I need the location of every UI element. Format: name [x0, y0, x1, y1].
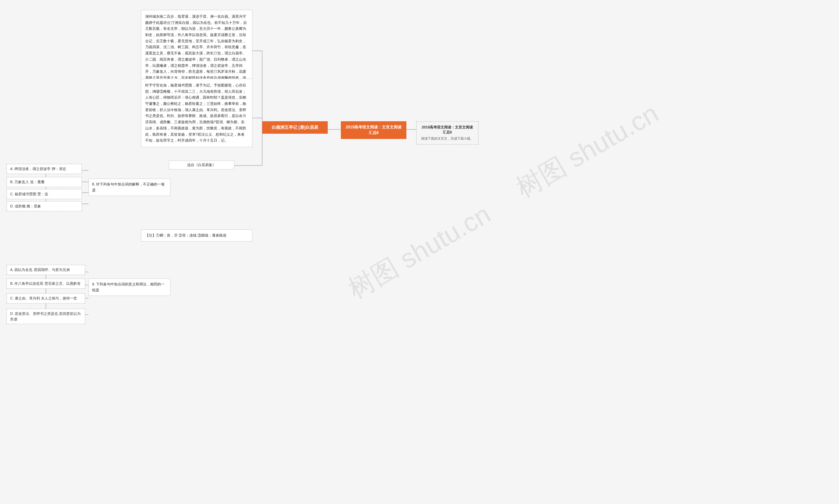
q8-option-a-text: A. 狎清涟者，调之碧波亭 狎：亲近 [10, 167, 66, 171]
q8-option-c-text: C. 杨君城书贾图 贾：送 [10, 192, 48, 196]
q9-option-c-text: C. 康之由、革兴利 夫人之相与，俯仰一世 [10, 296, 77, 300]
q9-option-d-text: D. 若改茶法、变桴书之类是也 若闾普皆以为所虐 [10, 312, 81, 321]
q8-option-b[interactable]: B. 万象迭入 迭：重叠 [6, 177, 82, 187]
q8-option-d-text: D. 成胜概 概：景象 [10, 204, 41, 208]
far-right-subtitle: 阅读下面的文言文，完成下面小题。 [421, 136, 474, 141]
center-node[interactable]: 白蘋洲五亭记 [唐]白居易 [262, 121, 328, 134]
passage-mid-text: 时予守官在洛，杨君城书贾图，请予为记。予按图握笔，心存目想，绸缪③椎概，十不得其… [145, 83, 246, 142]
watermark-2: 树图 shutu.cn [510, 96, 665, 206]
q9-option-b[interactable]: B. 作八角亭以游息焉 焚百家之言、以愚黔首 [6, 278, 85, 289]
q9-option-c[interactable]: C. 康之由、革兴利 夫人之相与，俯仰一世 [6, 293, 85, 303]
q9-option-d[interactable]: D. 若改茶法、变桴书之类是也 若闾普皆以为所虐 [6, 309, 85, 324]
q8-option-c[interactable]: C. 杨君城书贾图 贾：送 [6, 189, 82, 199]
q8-option-a[interactable]: A. 狎清涟者，调之碧波亭 狎：亲近 [6, 164, 82, 174]
far-right-node[interactable]: 2019高考语文阅读：文言文阅读汇总6 阅读下面的文言文，完成下面小题。 [416, 121, 479, 145]
right-top-node-text: 2019高考语文阅读：文言文阅读汇总6 [346, 125, 402, 135]
q8-option-b-text: B. 万象迭入 迭：重叠 [10, 180, 44, 184]
center-node-text: 白蘋洲五亭记 [唐]白居易 [272, 125, 318, 130]
q9-option-a[interactable]: A. 因以为名也 君因我呼、与君为兄弟 [6, 265, 85, 275]
q9-option-a-text: A. 因以为名也 君因我呼、与君为兄弟 [10, 268, 70, 272]
source-text: 选自《白居易集》 [187, 163, 216, 167]
source-box: 选自《白居易集》 [169, 161, 234, 169]
canvas: 树图 shutu.cn 树图 shutu.cn 白蘋洲五亭记 [唐]白居易 20… [0, 0, 839, 504]
right-top-node[interactable]: 2019高考语文阅读：文言文阅读汇总6 [341, 121, 406, 139]
question-9-text: 9. 下列各句中加点词的意义和用法，相同的一组是 [92, 282, 164, 292]
question-8-text: 8. 对下列各句中加点词的解释，不正确的一项是 [92, 182, 164, 192]
question-9-box: 9. 下列各句中加点词的意义和用法，相同的一组是 [89, 278, 171, 296]
notes-text: 【注】①稠：首，尽 ②存：连续 ③跟续：逐条陈述 [145, 233, 227, 237]
question-8-box: 8. 对下列各句中加点词的解释，不正确的一项是 [89, 179, 171, 196]
passage-mid: 时予守官在洛，杨君城书贾图，请予为记。予按图握笔，心存目想，绸缪③椎概，十不得其… [141, 79, 252, 147]
watermark-1: 树图 shutu.cn [342, 197, 497, 307]
notes-box: 【注】①稠：首，尽 ②存：连续 ③跟续：逐条陈述 [141, 229, 252, 241]
far-right-title: 2019高考语文阅读：文言文阅读汇总6 [421, 125, 474, 135]
q8-option-d[interactable]: D. 成胜概 概：景象 [6, 201, 82, 211]
connector-lines [0, 0, 839, 504]
q9-option-b-text: B. 作八角亭以游息焉 焚百家之言、以愚黔首 [10, 282, 81, 285]
